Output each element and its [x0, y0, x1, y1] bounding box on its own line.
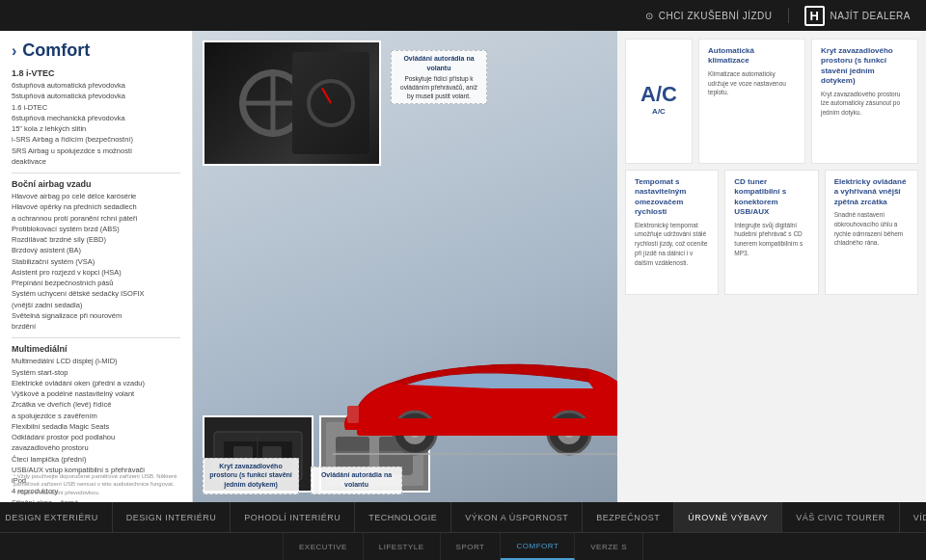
feature-item: Čtecí lampička (přední): [12, 454, 180, 465]
nav-item-bezpecnost[interactable]: BEZPEČNOST: [583, 502, 674, 532]
test-drive-label: CHCI ZKUŠEBNÍ JÍZDU: [659, 11, 773, 21]
nav-item-civic-tourer[interactable]: VÁŠ CIVIC TOURER: [782, 502, 900, 532]
elektricky-body: Snadné nastavení obkrouhovacího úhlu a r…: [834, 210, 909, 248]
top-navigation: ⊙ CHCI ZKUŠEBNÍ JÍZDU H NAJÍT DEALERA: [0, 0, 926, 31]
feature-list-2: Hlavové airbag po celé délce karósérie H…: [12, 191, 180, 332]
left-panel: › Comfort 1.8 i-VTEC 6stupňová automatic…: [0, 31, 193, 502]
sub-nav-sport[interactable]: SPORT: [441, 533, 502, 560]
car-silhouette: [328, 348, 617, 473]
feature-item: 6stupňová automatická převodovka: [12, 80, 180, 91]
feature-item: Hlavové opěrky na předních sedadlech: [12, 201, 180, 212]
find-dealer-button[interactable]: H NAJÍT DEALERA: [804, 6, 911, 26]
instrument-cluster: [292, 52, 369, 154]
find-dealer-label: NAJÍT DEALERA: [830, 11, 911, 21]
sub-nav-comfort[interactable]: COMFORT: [501, 533, 575, 560]
dashboard-inner: [204, 42, 379, 164]
engine-section-1: 1.8 i-VTEC 6stupňová automatická převodo…: [12, 68, 180, 167]
honda-logo: H: [804, 6, 826, 26]
ovladani-body: Poskytuje řídící přístup k ovládáním pře…: [400, 75, 477, 99]
trunk-callout-title: Kryt zavazadlového prostoru (s funkcí st…: [208, 462, 293, 490]
feature-item: Systém start-stop: [12, 367, 180, 378]
feature-item: Elektrické ovládání oken (přední a vzadu…: [12, 378, 180, 388]
nav-item-videli[interactable]: VÍDĚLI JSTE?: [900, 502, 926, 532]
nav-item-urovne[interactable]: ÚROVNĚ VÝBAVY: [674, 502, 782, 532]
right-row-1: A/C A/C Automatická klimatizace Klimatiz…: [625, 39, 918, 164]
elektricky-title: Elektricky ovládané a vyhřívaná vnější z…: [834, 177, 909, 207]
right-panel: A/C A/C Automatická klimatizace Klimatiz…: [617, 31, 926, 502]
feature-item: brzdění: [12, 321, 180, 332]
feature-item: deaktivace: [12, 156, 180, 167]
feature-item: Stabilizační systém (VSA): [12, 256, 180, 267]
sub-nav-bar: EXECUTIVE LIFESTYLE SPORT COMFORT VERZE …: [0, 533, 926, 560]
nav-item-pohodi[interactable]: POHODLÍ INTERIÉRU: [231, 502, 355, 532]
engine-title-2: Boční airbag vzadu: [12, 179, 180, 189]
engine-section-2: Boční airbag vzadu Hlavové airbag po cel…: [12, 179, 180, 332]
feature-item: Multimediální LCD displej (i-MID): [12, 356, 180, 366]
feature-item: 5stupňová automatická převodovka: [12, 91, 180, 101]
sub-nav-executive[interactable]: EXECUTIVE: [283, 533, 364, 560]
sub-nav-lifestyle[interactable]: LIFESTYLE: [364, 533, 441, 560]
tempomat-body: Elektronický tempomat umožňuje udržování…: [635, 221, 709, 268]
center-panel: Ovládání autorádia na volantu Poskytuje …: [193, 31, 617, 502]
svg-rect-18: [357, 418, 617, 436]
ac-card: A/C A/C: [625, 39, 693, 164]
engine-title-1: 1.8 i-VTEC: [12, 68, 180, 78]
right-row-2: Tempomat s nastavitelným omezovačem rych…: [625, 170, 918, 295]
feature-item: zavazadlového prostoru: [12, 442, 180, 453]
tempomat-card: Tempomat s nastavitelným omezovačem rych…: [625, 170, 719, 295]
klimatizace-title: Automatická klimatizace: [708, 46, 796, 67]
speedometer: [307, 79, 355, 127]
nav-item-design-int[interactable]: DESIGN INTERIÉRU: [113, 502, 232, 532]
cdtuner-title: CD tuner kompatibilní s konektorem USB/A…: [734, 177, 808, 218]
test-drive-icon: ⊙: [645, 11, 654, 21]
sub-nav-verze-s[interactable]: VERZE S: [575, 533, 643, 560]
footnote-1: ¹ Vždy používejte doporučené paměťové za…: [14, 472, 178, 489]
trunk-callout: Kryt zavazadlového prostoru (s funkcí st…: [203, 458, 299, 494]
feature-item: a spolujezdce s zavěřením: [12, 411, 180, 421]
kryt-card: Kryt zavazadlového prostoru (s funkcí st…: [811, 39, 918, 164]
nav-item-vykon[interactable]: VÝKON A ÚSPORNOST: [451, 502, 583, 532]
klimatizace-card: Automatická klimatizace Klimatizace auto…: [698, 39, 805, 164]
feature-item: SRS Airbag u spolujezdce s možností: [12, 146, 180, 156]
engine-title-3: Multimediální: [12, 344, 180, 354]
tempomat-title: Tempomat s nastavitelným omezovačem rych…: [635, 177, 709, 218]
divider: [12, 173, 180, 173]
dashboard-image: [203, 40, 381, 166]
kryt-body: Kryt zavazadlového prostoru lze automati…: [821, 90, 909, 118]
feature-item: Výškové a podélné nastavitelný volant: [12, 388, 180, 399]
feature-item: Odkládání prostor pod podlahou: [12, 432, 180, 442]
bottom-navigation: ❮ ÚVOD DESIGN EXTERIÉRU DESIGN INTERIÉRU…: [0, 502, 926, 560]
feature-item: Přepínání bezpečnostních pásů: [12, 278, 180, 288]
svg-rect-21: [347, 406, 359, 423]
footnote-2: ² Pouze s manuální převodovkou.: [14, 489, 178, 496]
nav-item-design-ext[interactable]: DESIGN EXTERIÉRU: [0, 502, 113, 532]
nav-divider: [788, 8, 789, 23]
radio-callout-title: Ovládání autorádia na volantu: [316, 470, 396, 490]
feature-item: Rozdílávač brzdné síly (EBD): [12, 234, 180, 245]
nav-item-technologie[interactable]: TECHNOLOGIE: [355, 502, 451, 532]
elektricky-card: Elektricky ovládané a vyhřívaná vnější z…: [825, 170, 918, 295]
arrow-icon: ›: [12, 42, 16, 60]
feature-item: (vnější zadní sedadla): [12, 300, 180, 310]
ac-icon: A/C: [640, 82, 677, 107]
ac-title: A/C: [652, 107, 666, 117]
klimatizace-body: Klimatizace automaticky udržuje ve voze …: [708, 69, 796, 97]
feature-item: Flexibilní sedadla Magic Seats: [12, 421, 180, 432]
cdtuner-card: CD tuner kompatibilní s konektorem USB/A…: [724, 170, 818, 295]
footnotes: ¹ Vždy používejte doporučené paměťové za…: [14, 472, 178, 496]
feature-item: Zrcátka ve dveřích (levé) řídícé: [12, 399, 180, 410]
feature-item: Hlavové airbag po celé délce karósérie: [12, 191, 180, 201]
feature-item: Světelná signalizace při nourovém: [12, 310, 180, 321]
feature-item: Asistent pro rozjezd v kopci (HSA): [12, 267, 180, 278]
main-nav-bar: ❮ ÚVOD DESIGN EXTERIÉRU DESIGN INTERIÉRU…: [0, 502, 926, 533]
feature-item: i-SRS Airbag a řídícím (bezpečnostní): [12, 134, 180, 145]
feature-list-1: 6stupňová automatická převodovka 5stupňo…: [12, 80, 180, 167]
feature-item: Systém uchycení dětské sedačky ISOFIX: [12, 288, 180, 299]
feature-item: 6stupňová mechanická převodovka: [12, 113, 180, 123]
test-drive-button[interactable]: ⊙ CHCI ZKUŠEBNÍ JÍZDU: [645, 11, 772, 21]
ovladani-callout: Ovládání autorádia na volantu Poskytuje …: [391, 50, 487, 104]
main-content: › Comfort 1.8 i-VTEC 6stupňová automatic…: [0, 31, 926, 502]
feature-item: 1.6 i-DTEC: [12, 102, 180, 113]
needle: [321, 88, 332, 104]
divider: [12, 337, 180, 338]
